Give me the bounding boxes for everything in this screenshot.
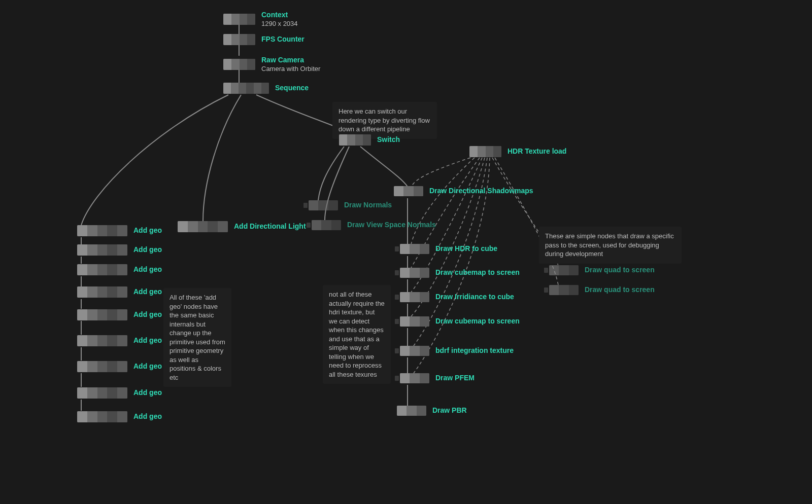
node-port	[544, 287, 548, 293]
node-draw-directional-shadowmaps[interactable]: Draw Directional Shadowmaps	[394, 186, 533, 196]
node-draw-quad-to-screen-2[interactable]: Draw quad to screen	[549, 285, 655, 295]
node-chip[interactable]	[400, 346, 429, 356]
node-title: Add geo	[133, 265, 162, 274]
node-chip[interactable]	[77, 244, 127, 256]
node-port	[544, 268, 548, 273]
node-title: Draw cubemap to screen	[435, 317, 520, 326]
node-title: Raw Camera	[261, 56, 320, 65]
node-switch[interactable]: Switch	[339, 134, 400, 146]
node-port	[395, 319, 399, 324]
node-hdr-texture-load[interactable]: HDR Texture load	[469, 146, 566, 157]
node-title: Add geo	[133, 412, 162, 421]
node-add-geo-2[interactable]: Add geo	[77, 264, 162, 275]
node-draw-pfem[interactable]: Draw PFEM	[400, 373, 475, 383]
node-chip[interactable]	[223, 14, 255, 25]
node-title: HDR Texture load	[507, 147, 566, 156]
node-port	[307, 223, 311, 228]
node-title: Draw Normals	[344, 201, 392, 210]
node-title: Context	[261, 11, 298, 20]
node-graph-canvas[interactable]: Context 1290 x 2034 FPS Counter Raw Came…	[0, 0, 812, 504]
node-port	[395, 348, 399, 353]
node-title: Add geo	[133, 362, 162, 371]
node-chip[interactable]	[77, 335, 127, 346]
node-add-geo-6[interactable]: Add geo	[77, 361, 162, 372]
node-title: Add geo	[133, 287, 162, 297]
comment-switch: Here we can switch our rendering type by…	[332, 102, 437, 139]
node-sequence[interactable]: Sequence	[223, 83, 309, 94]
node-draw-cubemap-to-screen-2[interactable]: Draw cubemap to screen	[400, 316, 520, 327]
node-title: Add geo	[133, 388, 162, 398]
comment-text: Here we can switch our rendering type by…	[339, 107, 430, 133]
node-add-geo-0[interactable]: Add geo	[77, 225, 162, 236]
node-chip[interactable]	[394, 186, 423, 196]
node-add-geo-7[interactable]: Add geo	[77, 387, 162, 399]
node-chip[interactable]	[77, 309, 127, 320]
node-add-directional-light[interactable]: Add Directional Light	[178, 221, 306, 232]
node-add-geo-1[interactable]: Add geo	[77, 244, 162, 256]
node-title: Add geo	[133, 310, 162, 319]
comment-text: not all of these actually require the hd…	[329, 291, 385, 378]
node-draw-view-space-normals[interactable]: Draw View Space Normals	[312, 220, 436, 230]
node-chip[interactable]	[77, 361, 127, 372]
node-fps-counter[interactable]: FPS Counter	[223, 34, 304, 45]
node-port	[395, 270, 399, 275]
node-draw-quad-to-screen-1[interactable]: Draw quad to screen	[549, 265, 655, 275]
node-chip[interactable]	[400, 373, 429, 383]
node-draw-normals[interactable]: Draw Normals	[309, 200, 392, 210]
node-port	[395, 246, 399, 251]
node-draw-irridiance-to-cube[interactable]: Draw Irridiance to cube	[400, 292, 514, 302]
node-title: Add Directional Light	[234, 222, 306, 231]
node-title: Draw PBR	[432, 406, 467, 415]
node-title: Draw HDR to cube	[435, 244, 497, 254]
node-chip[interactable]	[400, 316, 429, 327]
node-title: Add geo	[133, 336, 162, 345]
node-title: Add geo	[133, 245, 162, 255]
node-title: Draw View Space Normals	[347, 221, 436, 230]
node-chip[interactable]	[469, 146, 501, 157]
node-draw-cubemap-to-screen-1[interactable]: Draw cubemap to screen	[400, 268, 520, 278]
node-chip[interactable]	[400, 244, 429, 254]
node-chip[interactable]	[400, 268, 429, 278]
node-add-geo-3[interactable]: Add geo	[77, 286, 162, 298]
comment-hdri: not all of these actually require the hd…	[323, 285, 391, 384]
node-title: Draw Irridiance to cube	[435, 293, 514, 302]
node-chip[interactable]	[77, 387, 127, 399]
node-chip[interactable]	[549, 285, 579, 295]
comment-text: These are simple nodes that draw a speci…	[545, 232, 674, 258]
node-title: Draw quad to screen	[585, 285, 655, 295]
node-title: FPS Counter	[261, 35, 304, 44]
comment-text: All of these 'add geo' nodes have the sa…	[170, 294, 225, 381]
node-chip[interactable]	[77, 286, 127, 298]
node-add-geo-4[interactable]: Add geo	[77, 309, 162, 320]
node-bdrf-integration-texture[interactable]: bdrf integration texture	[400, 346, 514, 356]
node-draw-hdr-to-cube[interactable]: Draw HDR to cube	[400, 244, 497, 254]
node-chip[interactable]	[312, 220, 341, 230]
node-chip[interactable]	[223, 83, 269, 94]
node-chip[interactable]	[77, 264, 127, 275]
node-subtitle: 1290 x 2034	[261, 20, 298, 28]
node-chip[interactable]	[549, 265, 579, 275]
node-chip[interactable]	[309, 200, 338, 210]
node-subtitle: Camera with Orbiter	[261, 65, 320, 73]
node-chip[interactable]	[223, 59, 255, 70]
node-chip[interactable]	[77, 225, 127, 236]
node-title: Draw Directional Shadowmaps	[429, 187, 533, 196]
node-chip[interactable]	[178, 221, 228, 232]
node-port	[395, 295, 399, 300]
node-context[interactable]: Context 1290 x 2034	[223, 11, 298, 28]
node-draw-pbr[interactable]: Draw PBR	[397, 406, 467, 416]
node-chip[interactable]	[77, 411, 127, 422]
node-chip[interactable]	[397, 406, 426, 416]
node-port	[303, 203, 308, 208]
node-title: Draw cubemap to screen	[435, 268, 520, 277]
node-raw-camera[interactable]: Raw Camera Camera with Orbiter	[223, 56, 320, 73]
node-title: Add geo	[133, 226, 162, 235]
node-title: bdrf integration texture	[435, 346, 514, 355]
node-chip[interactable]	[400, 292, 429, 302]
node-add-geo-5[interactable]: Add geo	[77, 335, 162, 346]
node-chip[interactable]	[223, 34, 255, 45]
node-title: Sequence	[275, 84, 309, 93]
node-title: Draw quad to screen	[585, 266, 655, 275]
node-add-geo-8[interactable]: Add geo	[77, 411, 162, 422]
node-chip[interactable]	[339, 134, 371, 146]
